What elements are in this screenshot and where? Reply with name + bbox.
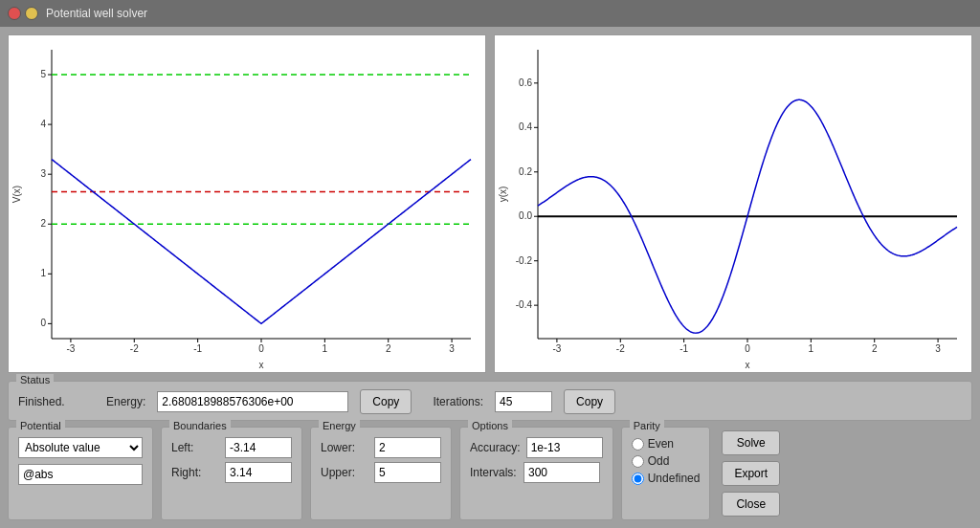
right-label: Right: <box>171 466 219 479</box>
right-boundary-input[interactable] <box>225 462 292 483</box>
accuracy-input[interactable] <box>526 437 603 458</box>
options-group: Options Accuracy: Intervals: <box>459 427 613 520</box>
minimize-button[interactable] <box>25 7 38 20</box>
right-boundary-row: Right: <box>171 462 292 483</box>
lower-energy-row: Lower: <box>321 437 441 458</box>
left-boundary-input[interactable] <box>225 437 292 458</box>
close-button[interactable]: Close <box>722 492 780 517</box>
parity-odd-label[interactable]: Odd <box>632 454 701 468</box>
finished-text: Finished. <box>18 395 85 408</box>
left-label: Left: <box>171 441 219 454</box>
potential-formula-input[interactable] <box>18 464 143 485</box>
potential-group-label: Potential <box>16 420 65 431</box>
lower-label: Lower: <box>321 441 368 454</box>
right-chart-canvas <box>495 35 971 372</box>
status-row: Finished. Energy: Copy Iterations: Copy <box>18 387 962 414</box>
parity-radio-group: Even Odd Undefined <box>632 433 701 485</box>
energy-group-label: Energy <box>319 420 360 431</box>
params-row: Potential Absolute value Boundaries Left… <box>8 427 972 520</box>
options-content: Accuracy: Intervals: <box>470 433 603 483</box>
energy-group: Energy Lower: Upper: <box>310 427 452 520</box>
boundaries-group-label: Boundaries <box>169 420 231 431</box>
intervals-row: Intervals: <box>470 462 603 483</box>
copy-energy-button[interactable]: Copy <box>360 389 412 414</box>
action-buttons: Solve Export Close <box>718 427 784 520</box>
copy-iterations-button[interactable]: Copy <box>564 389 615 414</box>
energy-value-input[interactable] <box>157 391 348 412</box>
iterations-input[interactable] <box>495 391 552 412</box>
bottom-panel: Status Finished. Energy: Copy Iterations… <box>8 381 972 520</box>
potential-select[interactable]: Absolute value <box>18 437 143 458</box>
parity-even-label[interactable]: Even <box>632 437 701 451</box>
upper-energy-input[interactable] <box>374 462 441 483</box>
iterations-label: Iterations: <box>433 395 483 408</box>
potential-group: Potential Absolute value <box>8 427 153 520</box>
accuracy-row: Accuracy: <box>470 437 603 458</box>
boundaries-content: Left: Right: <box>171 433 292 483</box>
charts-row <box>8 34 972 373</box>
energy-content: Lower: Upper: <box>321 433 441 483</box>
parity-undefined-label[interactable]: Undefined <box>632 472 701 485</box>
options-group-label: Options <box>468 420 512 431</box>
left-chart-canvas <box>9 35 485 372</box>
export-button[interactable]: Export <box>722 461 780 486</box>
status-group: Status Finished. Energy: Copy Iterations… <box>8 381 972 421</box>
energy-label: Energy: <box>106 395 145 408</box>
status-label: Status <box>16 374 54 385</box>
parity-group: Parity Even Odd Undefined <box>621 427 711 520</box>
parity-group-label: Parity <box>630 420 664 431</box>
window-controls[interactable] <box>8 7 38 20</box>
window-title: Potential well solver <box>46 7 147 20</box>
intervals-input[interactable] <box>523 462 600 483</box>
title-bar: Potential well solver <box>0 0 980 27</box>
potential-content: Absolute value <box>18 433 143 485</box>
solve-button[interactable]: Solve <box>722 430 780 455</box>
intervals-label: Intervals: <box>470 466 518 479</box>
right-chart <box>494 34 972 373</box>
parity-odd-radio[interactable] <box>632 455 644 468</box>
boundaries-group: Boundaries Left: Right: <box>161 427 302 520</box>
upper-energy-row: Upper: <box>321 462 441 483</box>
left-chart <box>8 34 486 373</box>
main-content: Status Finished. Energy: Copy Iterations… <box>0 27 980 528</box>
parity-undefined-radio[interactable] <box>632 473 644 485</box>
lower-energy-input[interactable] <box>374 437 441 458</box>
close-window-button[interactable] <box>8 7 21 20</box>
upper-label: Upper: <box>321 466 368 479</box>
parity-even-radio[interactable] <box>632 438 644 451</box>
accuracy-label: Accuracy: <box>470 441 521 454</box>
left-boundary-row: Left: <box>171 437 292 458</box>
